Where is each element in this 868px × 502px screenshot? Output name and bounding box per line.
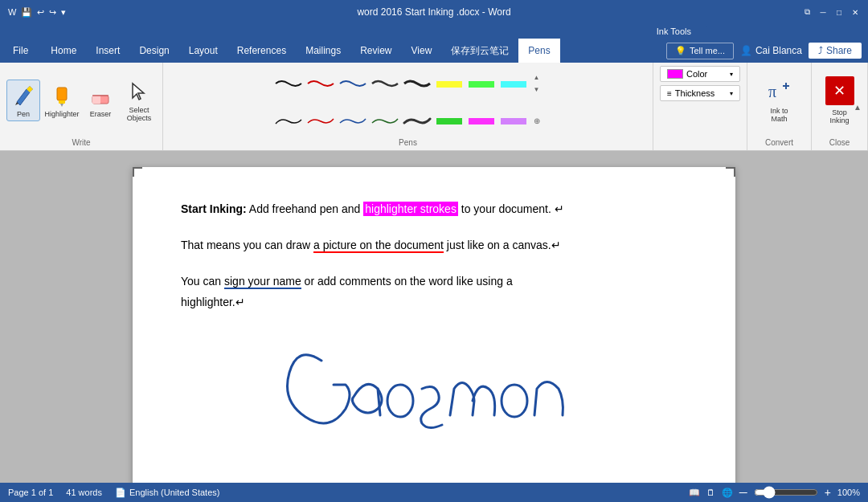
pen-style-7[interactable]: [466, 66, 497, 101]
read-view-icon[interactable]: 📖: [689, 488, 700, 498]
word-icon: W: [6, 6, 18, 18]
write-group-label: Write: [0, 138, 162, 147]
eraser-tool[interactable]: Eraser: [84, 80, 117, 120]
quick-access-toolbar: W 💾 ↩ ↪ ▾: [6, 6, 68, 19]
pen-tool[interactable]: Pen: [6, 80, 40, 121]
pen-style-14[interactable]: [434, 103, 465, 138]
menu-mailings[interactable]: Mailings: [296, 39, 350, 63]
paragraph-3: You can sign your name or add comments o…: [181, 271, 687, 312]
pen-style-5[interactable]: [402, 66, 432, 101]
pen-label: Pen: [17, 110, 30, 118]
pen-style-11[interactable]: [338, 103, 368, 138]
pen-style-12[interactable]: [370, 103, 400, 138]
zoom-level[interactable]: 100%: [837, 488, 860, 497]
menu-file[interactable]: File: [0, 39, 41, 63]
svg-rect-9: [469, 118, 494, 124]
para3-underline: sign your name: [224, 275, 301, 289]
menu-references[interactable]: References: [227, 39, 296, 63]
redo-btn[interactable]: ↪: [47, 6, 58, 19]
menu-review[interactable]: Review: [350, 39, 401, 63]
zoom-slider[interactable]: [754, 486, 818, 499]
para1-text-after: to your document. ↵: [461, 202, 564, 215]
pen-style-6[interactable]: [434, 66, 465, 101]
menu-view[interactable]: View: [402, 39, 442, 63]
minimize-icon[interactable]: ─: [817, 6, 829, 18]
language-indicator: 📄 English (United States): [115, 488, 220, 498]
maximize-icon[interactable]: □: [833, 6, 845, 18]
undo-btn[interactable]: ↩: [35, 6, 46, 19]
menu-bar: File Home Insert Design Layout Reference…: [0, 39, 868, 63]
svg-rect-8: [436, 118, 462, 124]
page-corner-tr: [726, 167, 735, 177]
color-thickness-controls: Color ▾ ≡ Thickness ▾: [660, 66, 740, 114]
print-layout-icon[interactable]: 🗒: [706, 488, 715, 497]
color-thickness-group: Color ▾ ≡ Thickness ▾: [653, 63, 747, 150]
close-icon[interactable]: ✕: [849, 6, 862, 18]
color-button[interactable]: Color ▾: [660, 66, 740, 82]
menu-cloud-notes[interactable]: 保存到云笔记: [441, 39, 518, 63]
pen-style-16[interactable]: [498, 103, 529, 138]
document-area: Start Inking: Add freehand pen and highl…: [0, 151, 868, 483]
pens-group-label: Pens: [163, 138, 653, 147]
eraser-icon: [88, 83, 113, 108]
pen-style-1[interactable]: [273, 66, 304, 101]
zoom-out-icon[interactable]: ─: [739, 486, 747, 499]
language-icon: 📄: [115, 488, 126, 498]
page-corner-tl: [133, 167, 142, 177]
pen-style-9[interactable]: [273, 103, 304, 138]
pen-style-13[interactable]: [402, 103, 432, 138]
menu-layout[interactable]: Layout: [179, 39, 227, 63]
thickness-icon: ≡: [667, 89, 672, 98]
pen-scroll[interactable]: ▲ ▼: [530, 72, 543, 95]
pen-icon: [10, 83, 36, 108]
para2-text-after: just like on a canvas.↵: [444, 239, 561, 251]
save-btn[interactable]: 💾: [19, 6, 34, 19]
write-tools: Pen Highlighter: [6, 66, 156, 147]
highlighter-label: Highlighter: [44, 110, 79, 118]
restore-down-icon[interactable]: ⧉: [800, 6, 813, 18]
zoom-in-icon[interactable]: +: [825, 486, 831, 499]
para2-underline: a picture on the document: [313, 239, 444, 253]
para3-text-end: highlighter.↵: [181, 296, 245, 308]
pen-style-4[interactable]: [370, 66, 400, 101]
select-objects-tool[interactable]: SelectObjects: [122, 76, 156, 124]
ribbon-collapse-button[interactable]: ▲: [854, 102, 862, 111]
svg-text:π: π: [768, 83, 776, 100]
status-right: 📖 🗒 🌐 ─ + 100%: [689, 486, 860, 499]
window-controls: ⧉ ─ □ ✕: [800, 6, 862, 18]
color-swatch: [667, 69, 683, 79]
pen-style-10[interactable]: [305, 103, 336, 138]
math-icon: π: [765, 78, 794, 107]
svg-rect-5: [436, 81, 462, 88]
signature-area: [181, 329, 687, 449]
paragraph-2: That means you can draw a picture on the…: [181, 235, 687, 255]
menu-design[interactable]: Design: [129, 39, 178, 63]
pen-style-2[interactable]: [305, 66, 336, 101]
pens-expand[interactable]: ⊕: [530, 115, 543, 127]
ink-to-math-tool[interactable]: π Ink toMath: [757, 75, 801, 126]
paragraph-1: Start Inking: Add freehand pen and highl…: [181, 199, 687, 219]
tell-me-button[interactable]: 💡 Tell me...: [666, 43, 734, 59]
pen-style-15[interactable]: [466, 103, 497, 138]
customize-btn[interactable]: ▾: [59, 6, 68, 19]
menu-insert[interactable]: Insert: [86, 39, 129, 63]
ink-to-math-label: Ink toMath: [770, 107, 788, 123]
menu-home[interactable]: Home: [41, 39, 86, 63]
title-bar: W 💾 ↩ ↪ ▾ word 2016 Start Inking .docx -…: [0, 0, 868, 24]
highlighter-tool[interactable]: Highlighter: [45, 80, 79, 120]
menu-right: 💡 Tell me... 👤 Cai Blanca ⤴ Share: [666, 39, 868, 63]
thickness-button[interactable]: ≡ Thickness ▾: [660, 85, 740, 101]
web-layout-icon[interactable]: 🌐: [722, 488, 733, 498]
select-objects-label: SelectObjects: [127, 106, 152, 122]
word-count: 41 words: [66, 488, 102, 497]
svg-rect-10: [501, 118, 526, 124]
pen-style-8[interactable]: [498, 66, 529, 101]
menu-pens[interactable]: Pens: [518, 39, 559, 63]
para1-bold: Start Inking:: [181, 202, 247, 215]
share-button[interactable]: ⤴ Share: [809, 43, 862, 59]
stop-inking-button[interactable]: ✕ StopInking: [819, 73, 861, 128]
lightbulb-icon: 💡: [675, 46, 686, 56]
pen-style-3[interactable]: [338, 66, 368, 101]
para1-text-before: Add freehand pen and: [249, 202, 363, 215]
svg-point-14: [502, 385, 527, 417]
